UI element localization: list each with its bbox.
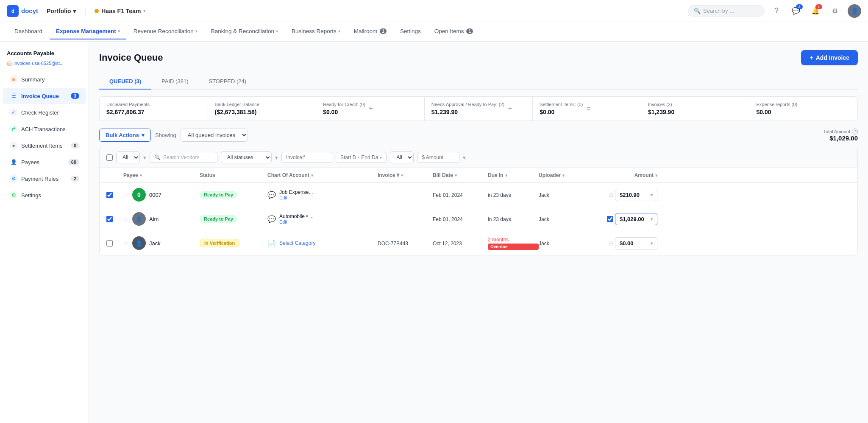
row1-comment-icon[interactable]: 💬: [267, 191, 276, 199]
row3-status-badge: In Verification: [200, 239, 239, 247]
menu-bar: Dashboard Expense Management ▾ Revenue R…: [0, 22, 868, 42]
total-amount-label: Total Amount ?: [823, 129, 858, 134]
row3-uploader: Jack: [539, 241, 549, 247]
nav-icons: ? 💬 2 🔔 1 ⚙ 👤: [770, 4, 861, 18]
messages-button[interactable]: 💬 2: [789, 4, 803, 18]
row3-star-icon[interactable]: ☆: [123, 240, 129, 247]
equals-operator: =: [586, 104, 591, 113]
row1-bill-date-cell: Feb 01, 2024: [433, 192, 488, 198]
row2-amount-checkbox[interactable]: [607, 216, 613, 222]
all-filter-select[interactable]: All: [116, 151, 140, 163]
accounts-payable-icon: ◎: [7, 60, 12, 67]
row2-chart-edit-link[interactable]: Edit: [279, 219, 314, 224]
menu-item-business-reports[interactable]: Business Reports ▾: [286, 24, 346, 39]
tab-stopped[interactable]: STOPPED (24): [198, 74, 256, 90]
sidebar: Accounts Payable ◎ invoices-usa-6525@st.…: [0, 42, 89, 423]
select-all-checkbox[interactable]: [106, 154, 113, 161]
row2-due-in-cell: in 23 days: [488, 216, 539, 222]
amount-filter-input[interactable]: [417, 152, 459, 163]
sidebar-item-payees-label: Payees: [21, 159, 65, 165]
row3-select-category-link[interactable]: Select Category: [279, 240, 315, 246]
summary-settlement-items: Settlement Items: (0) $0.00 =: [533, 97, 641, 120]
nav-divider: |: [84, 6, 86, 15]
payees-badge: 68: [68, 159, 79, 165]
row2-amount-button[interactable]: $1,029.00 ▾: [615, 213, 657, 225]
col-header-chart-account[interactable]: Chart Of Account ▾: [267, 172, 378, 178]
bulk-actions-button[interactable]: Bulk Actions ▾: [99, 129, 151, 142]
row2-comment-icon[interactable]: 💬: [267, 215, 276, 223]
status-filter-select[interactable]: All statuses Ready to Pay In Verificatio…: [221, 151, 272, 163]
row1-uploader: Jack: [539, 192, 549, 198]
summary-uncleared-payments: Uncleared Payments $2,677,806.37: [100, 97, 208, 120]
row1-chart-edit-link[interactable]: Edit: [279, 195, 313, 200]
all-filter-select-2[interactable]: All: [390, 151, 414, 163]
global-search[interactable]: 🔍 Search by ...: [688, 5, 765, 17]
row1-star-icon[interactable]: ☆: [123, 191, 129, 198]
col-header-due-in[interactable]: Due In ▾: [488, 172, 539, 178]
row3-doc-icon[interactable]: 📄: [267, 239, 276, 247]
row1-amount-grid-icon: ⊞: [609, 192, 613, 198]
row1-amount-button[interactable]: $210.90 ▾: [615, 189, 657, 201]
vendor-search-input[interactable]: 🔍 Search Vendors: [150, 152, 217, 163]
top-navigation: d docyt Portfolio ▾ | Haas F1 Team ▾ 🔍 S…: [0, 0, 868, 22]
row3-due-in-cell: 2 months Overdue: [488, 237, 539, 250]
help-icon: ?: [774, 6, 779, 15]
page-header: Invoice Queue + Add Invoice: [99, 50, 858, 65]
row3-amount-caret-icon: ▾: [651, 241, 653, 246]
col-header-payee[interactable]: Payee ▾: [123, 172, 200, 178]
row2-checkbox[interactable]: [106, 216, 113, 222]
team-dot-icon: [95, 9, 99, 13]
summary-bar: Uncleared Payments $2,677,806.37 Bank Le…: [99, 96, 858, 121]
row3-payee-name: Jack: [149, 240, 161, 247]
sidebar-item-invoice-queue[interactable]: ☰ Invoice Queue 3: [3, 88, 86, 104]
sidebar-item-payees[interactable]: 👤 Payees 68: [3, 154, 86, 170]
user-avatar[interactable]: 👤: [848, 4, 861, 18]
menu-item-banking-reconciliation[interactable]: Banking & Reconciliation ▾: [205, 24, 284, 39]
date-range-filter[interactable]: Start D - End Da ▾: [336, 152, 387, 163]
settlement-icon: ●: [9, 141, 18, 150]
tab-queued[interactable]: QUEUED (3): [99, 74, 151, 90]
summary-bank-ledger: Bank Ledger Balance ($2,673,381.58): [208, 97, 317, 120]
sidebar-item-payment-rules[interactable]: ⚙ Payment Rules 2: [3, 171, 86, 187]
bulk-actions-caret-icon: ▾: [142, 132, 145, 138]
menu-item-expense-management[interactable]: Expense Management ▾: [50, 24, 126, 39]
table-filter-row: All ▾ 🔍 Search Vendors All statuses Read…: [100, 147, 857, 168]
menu-item-dashboard[interactable]: Dashboard: [8, 24, 48, 39]
row3-amount-button[interactable]: $0.00 ▾: [615, 237, 657, 249]
menu-item-revenue-reconciliation[interactable]: Revenue Reconciliation ▾: [128, 24, 203, 39]
invoice-queue-icon: ☰: [9, 92, 18, 100]
showing-label: Showing: [155, 132, 176, 138]
row3-checkbox[interactable]: [106, 240, 113, 247]
col-header-invoice-num[interactable]: Invoice # ▾: [378, 172, 433, 178]
col-header-uploader[interactable]: Uploader ▾: [539, 172, 598, 178]
alerts-button[interactable]: 🔔 1: [809, 4, 822, 18]
invoice-queue-badge: 3: [71, 93, 79, 99]
menu-item-open-items[interactable]: Open Items 1: [428, 24, 479, 39]
col-header-status[interactable]: Status: [200, 172, 267, 178]
team-button[interactable]: Haas F1 Team ▾: [91, 6, 149, 16]
row1-checkbox[interactable]: [106, 192, 113, 198]
sidebar-item-summary[interactable]: ≡ Summary: [3, 71, 86, 87]
col-header-bill-date[interactable]: Bill Date ▾: [433, 172, 488, 178]
col-header-amount[interactable]: Amount ▾: [598, 172, 657, 178]
menu-item-mailroom[interactable]: Mailroom 1: [348, 24, 392, 39]
portfolio-button[interactable]: Portfolio ▾: [43, 6, 79, 16]
sidebar-item-check-register[interactable]: ✓ Check Register: [3, 104, 86, 120]
row2-chart-name: Automobile • ...: [279, 213, 314, 219]
sidebar-item-ach-transactions[interactable]: ⇄ ACH Transactions: [3, 121, 86, 137]
sidebar-item-settings[interactable]: ⚙ Settings: [3, 187, 86, 203]
row3-amount-grid-icon: ⊞: [609, 240, 613, 247]
row2-star-icon[interactable]: ☆: [123, 216, 129, 222]
tab-paid[interactable]: PAID (381): [151, 74, 198, 90]
sidebar-item-settlement-items[interactable]: ● Settlement Items 0: [3, 137, 86, 154]
logo[interactable]: d docyt: [7, 5, 38, 17]
menu-item-settings[interactable]: Settings: [394, 24, 427, 39]
invoice-number-filter[interactable]: [281, 152, 332, 163]
add-invoice-button[interactable]: + Add Invoice: [801, 50, 858, 65]
settings-button[interactable]: ⚙: [828, 4, 842, 18]
row3-payee-avatar: 👤: [132, 236, 146, 250]
table-header-row: Payee ▾ Status Chart Of Account ▾ Invoic…: [100, 168, 857, 183]
row2-amount-cell: $1,029.00 ▾: [598, 213, 657, 225]
help-button[interactable]: ?: [770, 4, 783, 18]
showing-select[interactable]: All queued invoices Ready to Pay In Veri…: [181, 129, 248, 142]
